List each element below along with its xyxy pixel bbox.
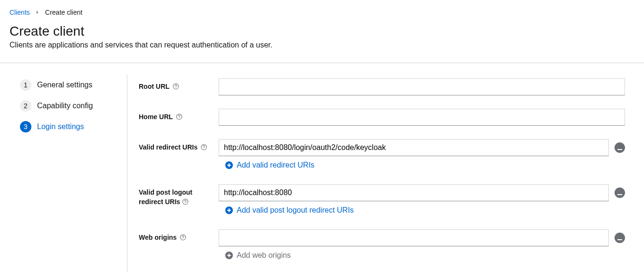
wizard-nav: 1 General settings 2 Capability config 3…	[0, 75, 127, 272]
svg-rect-9	[227, 165, 231, 166]
help-icon[interactable]	[180, 234, 186, 241]
post-logout-uri-input[interactable]	[219, 184, 609, 201]
minus-icon	[617, 144, 622, 151]
svg-point-1	[175, 88, 176, 88]
svg-point-17	[183, 239, 183, 239]
step-number-badge: 2	[20, 100, 31, 112]
add-button-label: Add valid post logout redirect URIs	[237, 206, 354, 215]
step-number-badge: 1	[20, 79, 31, 91]
page-header: Create client Clients are applications a…	[0, 16, 644, 63]
step-number-badge: 3	[20, 121, 31, 132]
form-row-root-url: Root URL	[139, 78, 625, 95]
form-label: Home URL	[139, 109, 219, 122]
form-label: Valid post logout redirect URIs	[139, 184, 219, 206]
help-icon[interactable]	[176, 113, 183, 120]
breadcrumb-current: Create client	[45, 9, 83, 16]
add-button-label: Add web origins	[237, 251, 291, 260]
step-label: General settings	[37, 81, 93, 89]
form-label: Web origins	[139, 229, 219, 243]
web-origin-input[interactable]	[219, 229, 609, 246]
form-row-home-url: Home URL	[139, 109, 625, 126]
wizard-step-capability-config[interactable]: 2 Capability config	[20, 95, 115, 116]
svg-rect-18	[617, 239, 622, 240]
plus-circle-icon	[225, 252, 233, 259]
page-title: Create client	[10, 24, 634, 39]
form-row-web-origins: Web origins Add web origins	[139, 229, 625, 261]
svg-point-3	[179, 118, 179, 119]
remove-post-logout-uri-button[interactable]	[615, 188, 625, 198]
plus-circle-icon	[225, 206, 233, 214]
add-button-label: Add valid redirect URIs	[237, 161, 315, 169]
label-text: Root URL	[139, 82, 170, 92]
add-web-origin-button[interactable]: Add web origins	[225, 251, 291, 260]
svg-rect-15	[227, 210, 231, 211]
step-label: Login settings	[37, 122, 84, 131]
root-url-input[interactable]	[219, 78, 625, 95]
label-text: Home URL	[139, 113, 173, 122]
step-label: Capability config	[37, 102, 93, 110]
svg-rect-6	[617, 149, 622, 150]
remove-redirect-uri-button[interactable]	[615, 142, 625, 153]
wizard-step-general-settings[interactable]: 1 General settings	[20, 75, 115, 95]
wizard-step-login-settings[interactable]: 3 Login settings	[20, 116, 115, 137]
help-icon[interactable]	[201, 144, 207, 150]
minus-icon	[617, 189, 622, 197]
minus-icon	[617, 234, 622, 242]
redirect-uri-input[interactable]	[219, 139, 609, 156]
form-area: Root URL Home URL	[127, 75, 644, 272]
label-text: Valid redirect URIs	[139, 143, 198, 152]
wizard-content: 1 General settings 2 Capability config 3…	[0, 63, 644, 272]
help-icon[interactable]	[173, 83, 179, 90]
form-label: Root URL	[139, 78, 219, 92]
form-row-redirect-uris: Valid redirect URIs Add valid redirect	[139, 139, 625, 171]
help-icon[interactable]	[182, 198, 189, 205]
plus-circle-icon	[225, 161, 233, 169]
svg-point-11	[185, 203, 186, 203]
add-redirect-uri-button[interactable]: Add valid redirect URIs	[225, 161, 315, 169]
chevron-right-icon	[36, 10, 39, 15]
form-label: Valid redirect URIs	[139, 139, 219, 152]
home-url-input[interactable]	[219, 109, 625, 126]
remove-web-origin-button[interactable]	[615, 233, 625, 243]
add-post-logout-uri-button[interactable]: Add valid post logout redirect URIs	[225, 206, 354, 215]
page-description: Clients are applications and services th…	[10, 41, 634, 49]
form-row-post-logout-uris: Valid post logout redirect URIs	[139, 184, 625, 216]
svg-point-5	[203, 149, 204, 149]
breadcrumb-parent-link[interactable]: Clients	[10, 9, 30, 16]
label-text: Web origins	[139, 233, 177, 243]
svg-rect-21	[227, 255, 231, 256]
svg-rect-12	[617, 194, 622, 195]
breadcrumb: Clients Create client	[0, 0, 644, 16]
